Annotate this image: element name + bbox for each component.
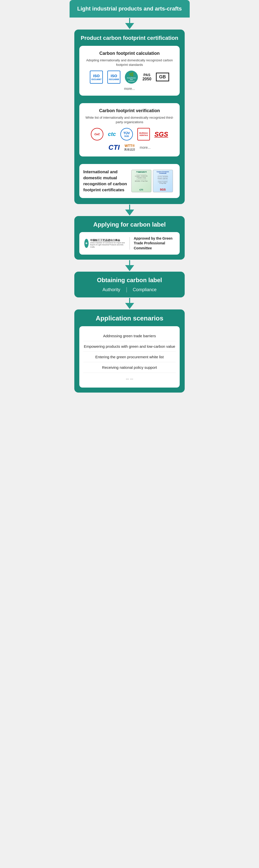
cti-logo: CTI	[108, 144, 120, 152]
scenarios-card: Addressing green trade barriers Empoweri…	[79, 326, 180, 388]
scenarios-section: Application scenarios Addressing green t…	[74, 309, 185, 393]
tuv-logo: TÜV SÜD	[120, 128, 133, 141]
cec-logo: CeC	[91, 128, 103, 141]
ctc-logo: ctc	[108, 131, 116, 137]
org-logo-text: 中国轻工工艺品进出口商会	[90, 239, 125, 242]
bureau-veritas-logo: BUREAUVERITAS	[137, 128, 150, 141]
calc-logos-row: ISO ISO14067 ISO ISO14068 🌿 GreenhouseGa…	[83, 71, 176, 91]
scenarios-title: Application scenarios	[79, 314, 180, 322]
verif-logos-row: CeC ctc TÜV SÜD BUREAUVERITAS SGS	[83, 128, 176, 141]
sgs-logo: SGS	[154, 130, 168, 138]
applying-section: Applying for carbon label ⊕ 中国轻工工艺品进出口商会…	[74, 216, 185, 260]
applying-inner: ⊕ 中国轻工工艺品进出口商会 China Chamber of Commerce…	[79, 232, 180, 255]
org-logo-subtext: China Chamber of Commerce for Import and…	[90, 242, 125, 248]
arrow-connector-2	[125, 205, 134, 216]
carbon-verif-title: Carbon footprint verification	[83, 108, 176, 114]
iso14067-logo: ISO ISO14067	[90, 71, 103, 84]
iso14068-logo: ISO ISO14068	[107, 71, 120, 84]
carbon-calc-title: Carbon footprint calculation	[83, 51, 176, 56]
carbon-verif-card: Carbon footprint verification White list…	[79, 103, 180, 156]
intl-cert-card: International and domestic mutual recogn…	[79, 164, 180, 198]
calc-more-text: more...	[124, 87, 135, 91]
arrow-connector-4	[125, 298, 134, 309]
arrow-connector-1	[125, 18, 134, 29]
arrow-line-3	[129, 260, 130, 265]
cert-title: International and domestic mutual recogn…	[83, 169, 128, 193]
cert-card-inner: International and domestic mutual recogn…	[83, 169, 176, 193]
scenario-item-1: Empowering products with green and low-c…	[83, 341, 176, 352]
obtaining-section: Obtaining carbon label Authority Complia…	[74, 272, 185, 298]
cert-doc-1: 产品碳足迹证书 ———————— 认证编号: CF2024-001 产品名称: …	[131, 170, 152, 192]
arrow-line-2	[129, 205, 130, 210]
approved-text: Approved by the Green Trade Professional…	[134, 236, 175, 251]
org-divider	[129, 237, 130, 250]
scenario-item-4: ... ...	[83, 373, 176, 383]
obtaining-item-compliance: Compliance	[127, 287, 163, 292]
cert-text-block: International and domestic mutual recogn…	[83, 169, 128, 193]
pas2050-logo: PAS 2050	[142, 73, 152, 81]
org-logo-block: ⊕ 中国轻工工艺品进出口商会 China Chamber of Commerce…	[84, 239, 125, 248]
obtaining-inner: Authority Compliance	[79, 287, 180, 292]
arrow-down-icon	[125, 23, 134, 29]
product-carbon-title: Product carbon footprint certification	[79, 35, 180, 42]
product-carbon-section: Product carbon footprint certification C…	[74, 30, 185, 204]
carbon-calc-card: Carbon footprint calculation Adopting in…	[79, 46, 180, 96]
arrow-line-4	[129, 298, 130, 303]
carbon-verif-subtitle: White list of internationally and domest…	[83, 116, 176, 124]
obtaining-item-authority: Authority	[96, 287, 126, 292]
cert-images: 产品碳足迹证书 ———————— 认证编号: CF2024-001 产品名称: …	[131, 170, 176, 192]
applying-title: Applying for carbon label	[79, 221, 180, 228]
scenario-item-3: Receiving national policy support	[83, 362, 176, 373]
arrow-connector-3	[125, 260, 134, 271]
gb-logo: GB	[156, 72, 169, 81]
arrow-line	[129, 18, 130, 23]
verif-logos-row-2: CTI WTT® 萬泰認證 more...	[83, 144, 176, 152]
org-text-block: 中国轻工工艺品进出口商会 China Chamber of Commerce f…	[90, 239, 125, 248]
scenario-item-2: Entering the green procurement white lis…	[83, 352, 176, 362]
scenario-item-0: Addressing green trade barriers	[83, 331, 176, 341]
verif-more-text: more...	[140, 146, 151, 150]
top-header: Light industrial products and arts-craft…	[70, 0, 190, 18]
ghg-logo: 🌿 GreenhouseGasProtocol	[125, 71, 138, 84]
arrow-down-icon-2	[125, 210, 134, 216]
cert-doc-2: Carbon Footprint Certificate ———————— Ce…	[153, 170, 173, 192]
org-logo-icon: ⊕	[84, 239, 89, 248]
wtt-logo: WTT® 萬泰認證	[124, 144, 135, 152]
obtaining-title: Obtaining carbon label	[79, 277, 180, 284]
arrow-down-icon-4	[125, 303, 134, 309]
carbon-calc-subtitle: Adopting internationally and domesticall…	[83, 58, 176, 67]
arrow-down-icon-3	[125, 265, 134, 271]
